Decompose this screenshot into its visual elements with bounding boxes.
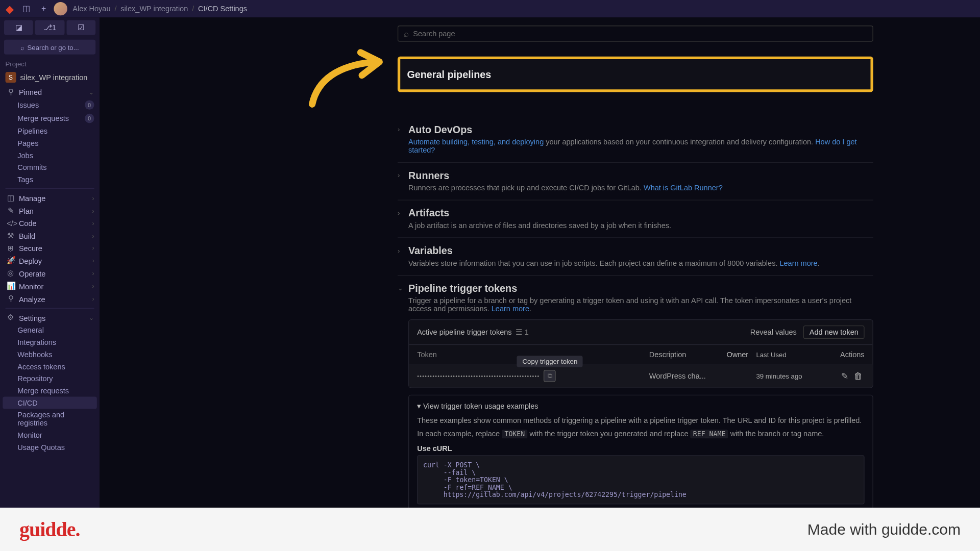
edit-icon[interactable]: ✎ xyxy=(841,371,848,381)
col-last-used: Last Used xyxy=(756,350,803,358)
sidebar-settings-integrations[interactable]: Integrations xyxy=(0,336,100,348)
sidebar-settings-monitor[interactable]: Monitor xyxy=(0,429,100,441)
link-learn-more-tokens[interactable]: Learn more xyxy=(492,305,529,313)
sidebar-item-jobs[interactable]: Jobs xyxy=(0,149,100,162)
build-icon: ⚒ xyxy=(7,231,15,240)
annotation-arrow-icon xyxy=(307,47,387,108)
manage-icon: ◫ xyxy=(7,194,15,203)
sidebar-item-build[interactable]: ⚒Build› xyxy=(0,229,100,242)
sidebar-settings-cicd[interactable]: CI/CD xyxy=(3,397,97,409)
sidebar-item-merge-requests[interactable]: Merge requests0 xyxy=(0,112,100,125)
section-artifacts: › Artifacts A job artifact is an archive… xyxy=(398,201,873,238)
sidebar-item-monitor[interactable]: 📊Monitor› xyxy=(0,280,100,292)
sidebar-settings-webhooks[interactable]: Webhooks xyxy=(0,348,100,361)
tooltip: Copy trigger token xyxy=(517,356,583,367)
sidebar-heading-project: Project xyxy=(0,57,100,69)
sidebar-mr-button[interactable]: ⎇ 1 xyxy=(35,20,64,35)
sidebar-settings-general[interactable]: General xyxy=(0,324,100,336)
sidebar-toggle-icon[interactable]: ◫ xyxy=(19,2,34,15)
link-what-is-runner[interactable]: What is GitLab Runner? xyxy=(644,184,723,192)
col-actions: Actions xyxy=(840,350,865,359)
search-icon: ⌕ xyxy=(20,43,24,51)
link-automate[interactable]: Automate building, testing, and deployin… xyxy=(408,138,544,146)
made-with-guidde: Made with guidde.com xyxy=(807,521,961,538)
sidebar-item-pages[interactable]: Pages xyxy=(0,137,100,149)
plan-icon: ✎ xyxy=(7,207,15,215)
reveal-values-button[interactable]: Reveal values xyxy=(750,328,797,336)
project-icon: S xyxy=(6,72,16,83)
sidebar-item-deploy[interactable]: 🚀Deploy› xyxy=(0,254,100,267)
add-new-token-button[interactable]: Add new token xyxy=(803,325,865,339)
section-title-general-pipelines: General pipelines xyxy=(407,68,864,80)
chevron-right-icon: › xyxy=(398,126,403,133)
sidebar-item-secure[interactable]: ⛨Secure› xyxy=(0,242,100,254)
chevron-down-icon: ⌄ xyxy=(398,285,403,292)
sidebar-item-plan[interactable]: ✎Plan› xyxy=(0,205,100,217)
user-avatar[interactable] xyxy=(54,2,67,15)
sidebar-item-tags[interactable]: Tags xyxy=(0,173,100,186)
chevron-down-icon: ⌄ xyxy=(89,314,94,321)
token-last-used: 39 minutes ago xyxy=(756,372,803,380)
breadcrumb-page[interactable]: CI/CD Settings xyxy=(198,5,247,13)
examples-toggle[interactable]: ▾ View trigger token usage examples xyxy=(417,402,864,411)
breadcrumb: Alex Hoyau / silex_WP integration / CI/C… xyxy=(72,5,247,13)
section-toggle-runners[interactable]: › Runners xyxy=(398,169,873,181)
sidebar-item-manage[interactable]: ◫Manage› xyxy=(0,192,100,205)
guidde-footer: guidde. Made with guidde.com xyxy=(0,508,980,551)
monitor-icon: 📊 xyxy=(7,282,15,290)
sidebar-item-pipelines[interactable]: Pipelines xyxy=(0,125,100,137)
page-search-input[interactable] xyxy=(413,30,867,38)
sidebar: ◪ ⎇ 1 ☑ ⌕ Search or go to... Project S s… xyxy=(0,17,100,551)
guidde-logo: guidde. xyxy=(19,517,80,541)
sidebar-item-settings[interactable]: ⚙Settings⌄ xyxy=(0,311,100,324)
sidebar-item-analyze[interactable]: ⚲Analyze› xyxy=(0,292,100,305)
sidebar-pinned[interactable]: ⚲ Pinned ⌄ xyxy=(0,85,100,98)
sidebar-item-commits[interactable]: Commits xyxy=(0,161,100,173)
sidebar-settings-access-tokens[interactable]: Access tokens xyxy=(0,360,100,372)
sidebar-item-operate[interactable]: ◎Operate› xyxy=(0,267,100,280)
chevron-right-icon: › xyxy=(398,247,403,254)
plus-icon[interactable]: + xyxy=(36,2,51,15)
sidebar-item-code[interactable]: </>Code› xyxy=(0,217,100,230)
secure-icon: ⛨ xyxy=(7,244,15,252)
code-icon: </> xyxy=(7,219,15,228)
sidebar-search[interactable]: ⌕ Search or go to... xyxy=(4,40,95,55)
section-toggle-artifacts[interactable]: › Artifacts xyxy=(398,207,873,218)
chevron-down-icon: ⌄ xyxy=(89,88,94,95)
token-masked: ••••••••••••••••••••••••••••••••••••••••… xyxy=(417,373,540,379)
section-toggle-auto-devops[interactable]: › Auto DevOps xyxy=(398,124,873,135)
breadcrumb-project[interactable]: silex_WP integration xyxy=(120,5,188,13)
sidebar-settings-usage-quotas[interactable]: Usage Quotas xyxy=(0,441,100,454)
heading-use-curl: Use cURL xyxy=(417,444,864,453)
gear-icon: ⚙ xyxy=(7,313,15,322)
section-toggle-variables[interactable]: › Variables xyxy=(398,245,873,256)
divider xyxy=(6,308,94,309)
main-content: ⌕ General pipelines › Auto DevOps Automa… xyxy=(100,17,980,551)
token-table-heading: Active pipeline trigger tokens xyxy=(417,328,511,336)
sidebar-settings-packages[interactable]: Packages and registries xyxy=(0,409,100,429)
sidebar-item-issues[interactable]: Issues0 xyxy=(0,98,100,111)
sidebar-settings-merge-requests[interactable]: Merge requests xyxy=(0,385,100,397)
col-owner: Owner xyxy=(726,350,756,359)
delete-icon[interactable]: 🗑 xyxy=(854,371,863,381)
chevron-right-icon: › xyxy=(398,209,403,216)
sidebar-settings-repository[interactable]: Repository xyxy=(0,372,100,385)
sidebar-issue-button[interactable]: ◪ xyxy=(4,20,33,35)
topbar: ◆ ◫ + Alex Hoyau / silex_WP integration … xyxy=(0,0,980,17)
sidebar-todo-button[interactable]: ☑ xyxy=(66,20,95,35)
deploy-icon: 🚀 xyxy=(7,256,15,265)
link-learn-more-vars[interactable]: Learn more xyxy=(779,259,817,267)
highlight-general-pipelines[interactable]: General pipelines xyxy=(398,57,873,92)
gitlab-logo-icon[interactable]: ◆ xyxy=(6,3,14,15)
pin-icon: ⚲ xyxy=(7,87,15,96)
codeblock-curl[interactable]: curl -X POST \ --fail \ -F token=TOKEN \… xyxy=(417,455,864,504)
page-search[interactable]: ⌕ xyxy=(398,26,873,42)
token-panel: Active pipeline trigger tokens ☰ 1 Revea… xyxy=(408,319,873,388)
operate-icon: ◎ xyxy=(7,269,15,278)
breadcrumb-user[interactable]: Alex Hoyau xyxy=(72,5,110,13)
search-icon: ⌕ xyxy=(404,29,409,39)
sidebar-project[interactable]: S silex_WP integration xyxy=(0,69,100,86)
section-auto-devops: › Auto DevOps Automate building, testing… xyxy=(398,117,873,163)
copy-token-button[interactable]: Copy trigger token ⧉ xyxy=(544,370,556,382)
section-toggle-tokens[interactable]: ⌄ Pipeline trigger tokens xyxy=(398,283,873,294)
